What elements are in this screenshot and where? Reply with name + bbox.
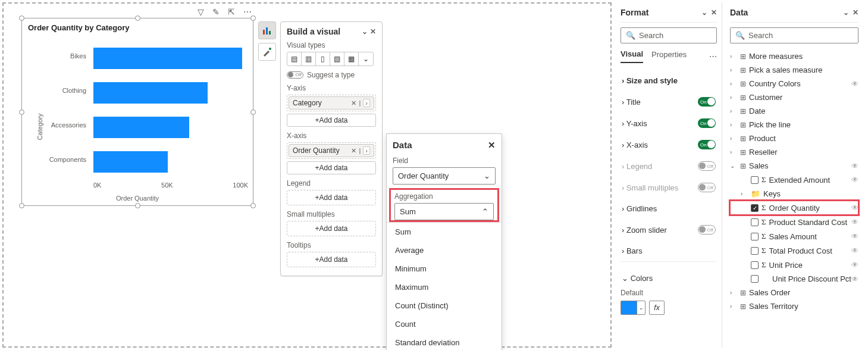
chevron-down-icon[interactable]: ⌄ [701,8,707,17]
bar[interactable] [93,48,242,69]
fx-button[interactable]: fx [649,301,665,315]
clustered-bar-icon[interactable]: ▥ [302,52,316,65]
close-icon[interactable]: ✕ [853,8,858,17]
agg-option-minimum[interactable]: Minimum [387,260,502,278]
checkbox[interactable] [751,247,759,255]
format-search[interactable]: 🔍 Search [621,27,717,43]
table-reseller[interactable]: ›⊞Reseller [730,145,858,159]
color-swatch[interactable]: ⌄ [621,301,645,315]
format-row-gridlines[interactable]: › Gridlines [621,198,717,219]
build-visual-button[interactable] [258,21,276,39]
more-options-icon[interactable]: ⋯ [243,7,252,17]
hide-icon[interactable]: 👁 [851,232,858,240]
yaxis-well[interactable]: Category ✕|› [287,95,376,111]
table-sales-order[interactable]: ›⊞Sales Order [730,286,858,299]
more-icon[interactable]: ⋯ [709,52,717,61]
resize-handle[interactable] [19,203,24,208]
resize-handle[interactable] [19,15,24,21]
filter-icon[interactable]: ▽ [198,7,204,17]
chevron-down-icon[interactable]: ⌄ [359,52,373,65]
table-icon[interactable]: ▦ [344,52,359,65]
add-data-button[interactable]: +Add data [287,161,376,174]
field-extended-amount[interactable]: ΣExtended Amount👁 [730,173,858,187]
hide-icon[interactable]: 👁 [851,204,858,212]
agg-option-average[interactable]: Average [387,241,502,260]
column-chart-icon[interactable]: ▯ [316,52,330,65]
hide-icon[interactable]: 👁 [851,261,858,269]
format-row-small-multiples[interactable]: › Small multiplesOff [621,177,717,198]
format-row-x-axis[interactable]: › X-axisOn [621,134,717,155]
field-unit-price-discount-pct[interactable]: Unit Price Discount Pct👁 [730,272,858,286]
table-sales-territory[interactable]: ›⊞Sales Territory [730,299,858,313]
field-keys[interactable]: ›📁Keys [730,187,858,201]
chart-visual[interactable]: Order Quantity by Category Category Bike… [21,18,253,206]
hide-icon[interactable]: 👁 [851,218,858,226]
close-icon[interactable]: ✕ [370,27,376,36]
aggregation-dropdown[interactable]: Sum ⌃ [394,203,494,220]
tooltips-well[interactable]: +Add data [287,252,376,267]
bar[interactable] [93,82,208,104]
format-row-legend[interactable]: › LegendOff [621,155,717,177]
resize-handle[interactable] [19,110,24,115]
add-data-button[interactable]: +Add data [289,223,374,235]
resize-handle[interactable] [135,203,140,208]
stacked-bar-icon[interactable]: ▤ [287,52,302,65]
add-data-button[interactable]: +Add data [287,114,376,127]
format-row-size-and-style[interactable]: › Size and style [621,70,717,91]
add-data-button[interactable]: +Add data [289,192,374,204]
agg-option-count[interactable]: Count [387,315,502,333]
resize-handle[interactable] [250,15,256,21]
close-icon[interactable]: ✕ [711,8,717,17]
table-country-colors[interactable]: ›⊞Country Colors👁 [730,77,858,90]
toggle-on[interactable]: On [698,140,716,149]
format-visual-button[interactable] [258,43,276,61]
suggest-toggle[interactable]: Off [287,71,303,79]
toggle-off[interactable]: Off [698,161,716,171]
field-product-standard-cost[interactable]: ΣProduct Standard Cost👁 [730,215,858,229]
close-icon[interactable]: ✕ [488,140,496,151]
remove-icon[interactable]: ✕ [351,99,356,107]
focus-mode-icon[interactable]: ✎ [212,7,220,17]
toggle-on[interactable]: On [698,118,716,128]
checkbox[interactable] [751,275,759,283]
resize-handle[interactable] [250,110,256,115]
line-chart-icon[interactable]: ▧ [330,52,344,65]
field-sales-amount[interactable]: ΣSales Amount👁 [730,229,858,243]
small-multiples-well[interactable]: +Add data [287,221,376,236]
hide-icon[interactable]: 👁 [851,275,858,283]
add-data-button[interactable]: +Add data [289,254,374,265]
checkbox[interactable] [751,176,759,184]
remove-icon[interactable]: ✕ [351,147,356,155]
colors-label[interactable]: Colors [631,274,653,283]
toggle-on[interactable]: On [698,97,716,107]
table-product[interactable]: ›⊞Product [730,132,858,145]
field-dropdown[interactable]: Order Quantity ⌄ [393,167,496,185]
agg-option-count-distinct[interactable]: Count (Distinct) [387,296,502,315]
toggle-off[interactable]: Off [698,183,716,192]
field-chip-category[interactable]: Category ✕|› [289,96,374,110]
resize-handle[interactable] [135,15,140,21]
popout-icon[interactable]: ⇱ [228,7,235,17]
hide-icon[interactable]: 👁 [851,162,858,170]
bar[interactable] [93,117,189,138]
chevron-down-icon[interactable]: ⌄ [362,27,368,36]
visual-types-picker[interactable]: ▤ ▥ ▯ ▧ ▦ ⌄ [287,52,374,66]
xaxis-well[interactable]: Order Quantity ✕|› [287,142,376,159]
tab-visual[interactable]: Visual [621,49,643,63]
resize-handle[interactable] [250,203,256,208]
legend-well[interactable]: +Add data [287,190,376,205]
tab-properties[interactable]: Properties [651,50,687,62]
field-unit-price[interactable]: ΣUnit Price👁 [730,258,858,272]
chevron-right-icon[interactable]: › [363,146,370,155]
checkbox[interactable] [751,261,759,269]
hide-icon[interactable]: 👁 [851,246,858,255]
format-row-zoom-slider[interactable]: › Zoom sliderOff [621,219,717,240]
table-pick-the-line[interactable]: ›⊞Pick the line [730,118,858,132]
format-row-y-axis[interactable]: › Y-axisOn [621,112,717,134]
hide-icon[interactable]: 👁 [851,80,858,88]
agg-option-maximum[interactable]: Maximum [387,278,502,296]
toggle-off[interactable]: Off [698,225,716,235]
agg-option-sum[interactable]: Sum [387,223,502,241]
checkbox[interactable] [751,218,759,226]
format-row-bars[interactable]: › Bars [621,240,717,261]
